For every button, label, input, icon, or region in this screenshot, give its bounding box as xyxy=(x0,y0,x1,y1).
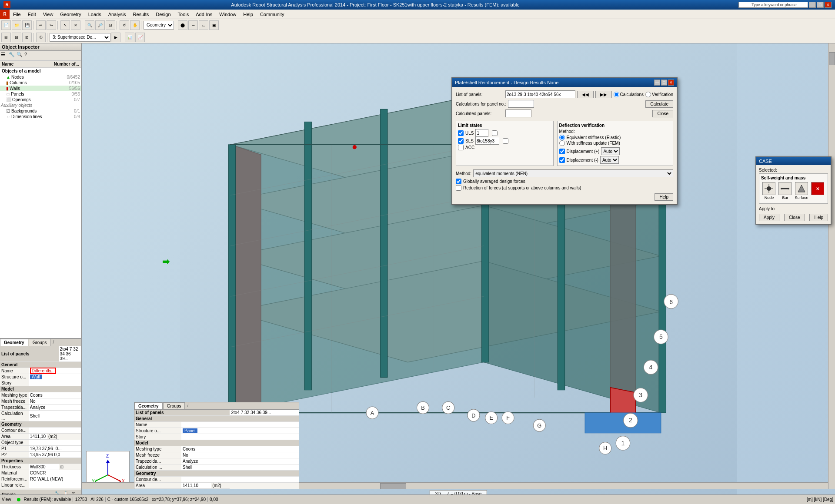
inspector-btn1[interactable]: ☰ xyxy=(1,52,9,60)
diagram-btn[interactable]: 📈 xyxy=(135,33,145,42)
x-item[interactable]: ✕ xyxy=(811,182,824,200)
new-btn[interactable]: 📄 xyxy=(1,20,11,30)
list-panels-input[interactable] xyxy=(505,90,575,98)
help-btn-case[interactable]: Help xyxy=(809,214,828,221)
sls-checkbox2[interactable] xyxy=(503,138,508,144)
tab-geometry-left[interactable]: Geometry xyxy=(0,339,28,346)
beam-btn[interactable]: ━ xyxy=(188,20,198,30)
calculated-input[interactable] xyxy=(505,109,531,117)
scroll-thumb-v[interactable] xyxy=(829,52,835,65)
menu-view[interactable]: View xyxy=(40,11,57,18)
tree-auxiliary[interactable]: Auxiliary objects xyxy=(0,103,81,108)
menu-loads[interactable]: Loads xyxy=(85,11,105,18)
menu-file[interactable]: File xyxy=(10,11,24,18)
disp-plus-select[interactable]: Auto xyxy=(601,147,620,155)
bar-item[interactable]: Bar xyxy=(778,182,792,200)
redo-btn[interactable]: ↪ xyxy=(47,20,56,30)
tree-backgrounds[interactable]: 🖼 Backgrounds 0/1 xyxy=(0,108,81,114)
modal-reinf-close[interactable]: ✕ xyxy=(668,80,674,86)
bar-btn-nbs[interactable] xyxy=(778,182,792,195)
menu-community[interactable]: Community xyxy=(257,11,288,18)
close-btn[interactable]: ✕ xyxy=(825,2,832,8)
disp-minus-select[interactable]: Auto xyxy=(600,156,619,164)
menu-analysis[interactable]: Analysis xyxy=(105,11,130,18)
zoom-in-btn[interactable]: 🔍 xyxy=(85,20,94,30)
menu-addins[interactable]: Add-Ins xyxy=(192,11,216,18)
menu-results[interactable]: Results xyxy=(130,11,153,18)
menu-help[interactable]: Help xyxy=(240,11,257,18)
fem-radio[interactable] xyxy=(559,140,565,146)
menu-geometry[interactable]: Geometry xyxy=(57,11,84,18)
plate-btn[interactable]: ▭ xyxy=(199,20,208,30)
uls-checkbox[interactable] xyxy=(458,130,464,136)
viewport[interactable]: 6 5 4 3 2 1 A B C D E F G xyxy=(82,43,835,499)
zoom-out-btn[interactable]: 🔎 xyxy=(95,20,105,30)
tree-columns[interactable]: ▮ Columns 0/105 xyxy=(0,80,81,86)
inspector-help[interactable]: ? xyxy=(24,52,32,60)
inspector-btn2[interactable]: 🔧 xyxy=(9,52,17,60)
node-btn[interactable]: ⬤ xyxy=(178,20,187,30)
sls-input[interactable] xyxy=(475,137,499,145)
scroll-thumb-h[interactable] xyxy=(380,483,406,489)
modal-reinf-minimize[interactable]: — xyxy=(654,80,660,86)
maximize-btn[interactable]: □ xyxy=(817,2,824,8)
rotate-btn[interactable]: ↺ xyxy=(120,20,129,30)
tb2-5[interactable]: ▶ xyxy=(111,33,120,42)
tab-groups-left[interactable]: Groups xyxy=(29,339,51,346)
save-btn[interactable]: 💾 xyxy=(22,20,32,30)
pan-btn[interactable]: ✋ xyxy=(130,20,140,30)
results-btn[interactable]: 📊 xyxy=(125,33,134,42)
tree-walls[interactable]: ▮ Walls 56/56 xyxy=(0,86,81,91)
tree-panels[interactable]: ▭ Panels 0/56 xyxy=(0,91,81,97)
uls-input[interactable] xyxy=(475,129,488,137)
tree-openings[interactable]: ⬜ Openings 0/7 xyxy=(0,97,81,103)
menu-window[interactable]: Window xyxy=(216,11,240,18)
x-btn-nbs[interactable]: ✕ xyxy=(811,182,824,195)
modal-reinf-maximize[interactable]: □ xyxy=(661,80,667,86)
verification-radio[interactable] xyxy=(645,92,651,97)
calculate-btn[interactable]: Calculate xyxy=(645,100,673,108)
help-btn-reinf[interactable]: Help xyxy=(655,193,673,201)
tb2-4[interactable]: ① xyxy=(36,33,46,42)
geometry-dropdown[interactable]: Geometry xyxy=(144,21,174,30)
node-item[interactable]: Node xyxy=(762,182,775,200)
close-btn-reinf[interactable]: Close xyxy=(652,110,673,117)
elastic-radio[interactable] xyxy=(559,135,565,140)
surface-btn-nbs[interactable] xyxy=(795,182,808,195)
disp-minus-check[interactable] xyxy=(559,157,565,163)
overlay-tab-groups[interactable]: Groups xyxy=(163,402,185,409)
select-btn[interactable]: ↖ xyxy=(60,20,70,30)
open-btn[interactable]: 📁 xyxy=(12,20,21,30)
menu-edit[interactable]: Edit xyxy=(24,11,40,18)
loadcase-dropdown[interactable]: 3: Superimposed De... xyxy=(50,33,110,42)
disp-plus-check[interactable] xyxy=(559,149,565,154)
search-box[interactable]: Type a keyword or phrase xyxy=(738,2,808,8)
apply-btn[interactable]: Apply xyxy=(759,214,779,221)
tb2-2[interactable]: ⊟ xyxy=(12,33,21,42)
zoom-all-btn[interactable]: ⊡ xyxy=(106,20,115,30)
shell-btn[interactable]: ▣ xyxy=(209,20,219,30)
reduction-check[interactable] xyxy=(456,185,461,191)
tb2-3[interactable]: ⊠ xyxy=(22,33,32,42)
thickness-icon[interactable]: ⊞ xyxy=(59,464,81,470)
undo-btn[interactable]: ↩ xyxy=(36,20,46,30)
close-btn-case[interactable]: Close xyxy=(784,214,805,221)
sls-checkbox[interactable] xyxy=(458,138,464,144)
menu-tools[interactable]: Tools xyxy=(174,11,193,18)
globally-check[interactable] xyxy=(456,179,461,184)
nav-next-btn[interactable]: ▶▶ xyxy=(595,91,612,98)
minimize-btn[interactable]: — xyxy=(809,2,816,8)
delete-btn[interactable]: ✕ xyxy=(71,20,80,30)
tb2-1[interactable]: ⊞ xyxy=(1,33,11,42)
acc-checkbox[interactable] xyxy=(458,145,464,150)
overlay-tab-geometry[interactable]: Geometry xyxy=(134,402,163,409)
inspector-search[interactable]: 🔍 xyxy=(17,52,24,60)
method-select[interactable]: equivalent moments (NEN) xyxy=(473,169,673,177)
node-btn-nbs[interactable] xyxy=(762,182,775,195)
menu-design[interactable]: Design xyxy=(152,11,174,18)
tree-dimension-lines[interactable]: ↔ Dimension lines 0/8 xyxy=(0,114,81,119)
tree-nodes[interactable]: ▲ Nodes 0/6452 xyxy=(0,74,81,80)
viewport-scrollbar-v[interactable] xyxy=(828,43,835,489)
surface-item[interactable]: Surface xyxy=(795,182,808,200)
calc-panel-input[interactable] xyxy=(508,100,534,108)
